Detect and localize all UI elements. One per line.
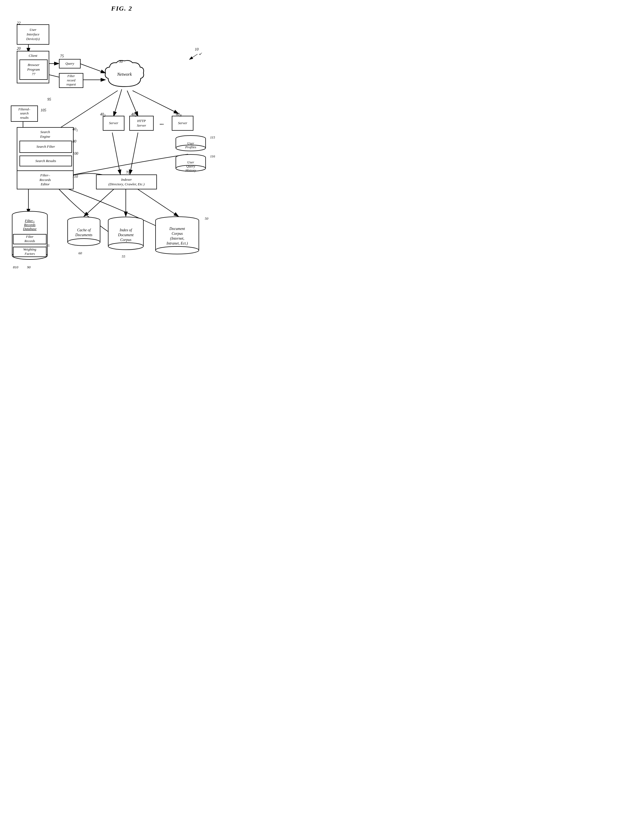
- ui-device-box: UserInterfaceDevice(s): [17, 25, 49, 45]
- filter-records-db-cyl: Filter– Records Database FilterRecords W…: [11, 211, 49, 266]
- svg-line-7: [114, 89, 122, 116]
- ref-80: 80: [72, 139, 76, 144]
- fig-title: FIG. 2: [0, 0, 244, 12]
- filter-record-request-label: Filterrecordrequest: [66, 74, 76, 87]
- document-corpus-cyl: Document Corpus (Internet, Intranet, Ect…: [154, 217, 200, 261]
- filtered-search-box: Filtered–searchresults: [11, 106, 38, 122]
- network-cloud: Network: [103, 60, 146, 93]
- ref-85: 85: [46, 244, 49, 248]
- ref-40-3: 403: [131, 112, 137, 117]
- svg-line-18: [130, 132, 138, 175]
- svg-line-20: [189, 54, 198, 60]
- query-box: Query: [59, 59, 81, 68]
- ellipsis: ···: [160, 121, 164, 127]
- ref-116: 116: [210, 154, 215, 158]
- filter-records-editor-box: Filter–RecordsEditor: [17, 170, 74, 189]
- svg-line-16: [138, 189, 178, 217]
- ref-100: 100: [72, 152, 78, 156]
- svg-text:User: User: [187, 160, 194, 164]
- filter-records-inner-box: FilterRecords: [13, 234, 46, 244]
- index-corpus-cyl: Index of Document Corpus 55: [107, 217, 145, 255]
- svg-text:Corpus: Corpus: [172, 232, 183, 236]
- ref-40-n: 40N: [176, 112, 182, 117]
- ref-70: 70: [126, 170, 130, 175]
- svg-line-15: [84, 189, 114, 217]
- ref-105: 105: [41, 108, 46, 112]
- search-results-box: Search Results: [20, 155, 72, 166]
- search-filter-label: Search Filter: [37, 144, 55, 149]
- server-40-2-box: Server: [103, 116, 124, 131]
- search-filter-box: Search Filter: [20, 141, 72, 153]
- svg-text:Database: Database: [23, 227, 37, 231]
- http-server-label: HTTPServer: [137, 119, 146, 128]
- svg-line-9: [132, 91, 178, 114]
- ref-110: 110: [72, 175, 78, 179]
- ref-10: 10: [195, 48, 199, 52]
- search-results-label: Search Results: [35, 159, 56, 163]
- weighting-factors-label: WeightingFactors: [23, 247, 36, 256]
- filter-records-label: FilterRecords: [25, 235, 35, 243]
- diagram: FIG. 2: [0, 0, 244, 325]
- svg-point-49: [68, 239, 100, 246]
- svg-text:Query: Query: [186, 164, 195, 168]
- ref-115: 115: [210, 135, 215, 140]
- ref-95: 95: [48, 97, 51, 102]
- ref-810: 810: [13, 265, 18, 269]
- server-40-n-label: Server: [178, 121, 187, 126]
- svg-point-64: [155, 246, 199, 254]
- ref-30: 30: [119, 60, 123, 64]
- filter-record-request-box: Filterrecordrequest: [59, 73, 83, 88]
- server-40-2-label: Server: [109, 121, 118, 126]
- svg-text:Filter–: Filter–: [25, 219, 35, 223]
- svg-text:(Internet,: (Internet,: [170, 236, 184, 241]
- http-server-box: HTTPServer: [129, 116, 153, 131]
- svg-text:Cache of: Cache of: [77, 228, 91, 232]
- indexer-box: Indexer(Directory, Crawler, Etc.): [96, 175, 157, 189]
- ref-75: 75: [60, 54, 64, 58]
- ref-60: 60: [78, 251, 82, 255]
- ref-40-2: 402: [100, 112, 106, 117]
- search-engine-label: SearchEngine: [17, 130, 73, 139]
- svg-text:Document: Document: [118, 233, 134, 237]
- svg-text:Corpus: Corpus: [120, 238, 132, 242]
- svg-text:Profiles: Profiles: [185, 145, 196, 149]
- ref-20: 20: [17, 46, 21, 51]
- filtered-search-label: Filtered–searchresults: [18, 107, 30, 120]
- ref-90: 90: [27, 265, 31, 269]
- filter-records-editor-label: Filter–RecordsEditor: [40, 173, 51, 187]
- client-label: Client: [17, 54, 49, 58]
- svg-text:User: User: [187, 141, 194, 145]
- ui-device-label: UserInterfaceDevice(s): [26, 28, 40, 41]
- svg-text:Index of: Index of: [119, 228, 132, 232]
- svg-line-17: [112, 132, 120, 175]
- svg-text:Documents: Documents: [75, 233, 93, 237]
- svg-text:Records: Records: [24, 223, 35, 227]
- cache-documents-cyl: Cache of Documents 60: [66, 217, 101, 253]
- ref-10-arrow: ↙: [199, 51, 202, 56]
- query-label: Query: [66, 61, 74, 66]
- browser-label: BrowserProgram77: [27, 63, 40, 77]
- client-box: Client BrowserProgram77: [17, 51, 49, 83]
- svg-point-56: [108, 243, 143, 250]
- svg-text:Document: Document: [169, 227, 185, 231]
- user-query-history-cyl: User Query History 116: [175, 154, 207, 178]
- weighting-factors-box: WeightingFactors: [13, 247, 46, 257]
- svg-text:Network: Network: [117, 72, 132, 77]
- ref-40-1: 401: [72, 127, 78, 132]
- browser-box: BrowserProgram77: [20, 60, 48, 80]
- indexer-label: Indexer(Directory, Crawler, Etc.): [109, 178, 144, 187]
- ref-55: 55: [122, 254, 125, 259]
- svg-text:History: History: [185, 168, 196, 172]
- ref-50: 50: [205, 217, 208, 221]
- server-40-n-box: Server: [172, 116, 193, 131]
- svg-text:Intranet, Ect.): Intranet, Ect.): [166, 241, 188, 246]
- svg-line-4: [80, 64, 106, 73]
